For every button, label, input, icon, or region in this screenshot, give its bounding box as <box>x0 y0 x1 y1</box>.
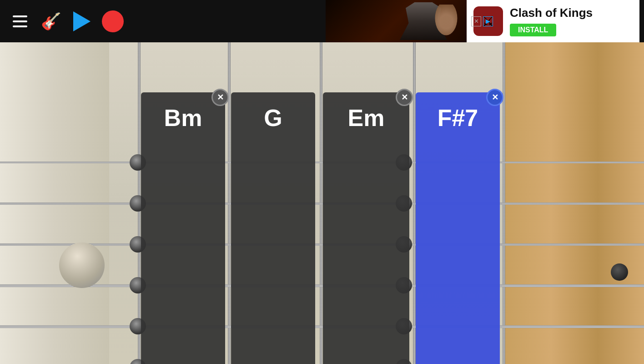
ad-close-area: ✕ ▶ <box>471 16 493 26</box>
guitar-main: ✕ Bm G ✕ Em ✕ F#7 <box>0 42 644 364</box>
string-2 <box>0 202 644 205</box>
play-icon <box>73 11 91 31</box>
chord-bm-close[interactable]: ✕ <box>211 89 229 106</box>
chord-g[interactable]: G <box>231 92 315 364</box>
play-button[interactable] <box>71 10 93 32</box>
chord-f7[interactable]: ✕ F#7 <box>416 92 500 364</box>
ad-image <box>326 0 467 42</box>
guitar-icon: 🎸 <box>41 12 61 31</box>
chord-f7-close[interactable]: ✕ <box>486 89 503 106</box>
ad-close-button[interactable]: ✕ <box>471 16 481 26</box>
chord-g-label: G <box>231 92 315 139</box>
string-1 <box>0 162 644 163</box>
string-4 <box>0 284 644 287</box>
nut-knob <box>59 243 105 288</box>
hamburger-icon <box>13 15 27 27</box>
record-icon <box>102 10 124 32</box>
chord-em-close[interactable]: ✕ <box>396 89 413 106</box>
menu-button[interactable] <box>9 10 31 32</box>
ad-text-col: Clash of Kings INSTALL <box>510 6 593 36</box>
ad-game-title: Clash of Kings <box>510 6 593 20</box>
string-5 <box>0 325 644 328</box>
ad-arrow-button[interactable]: ▶ <box>483 16 493 26</box>
string-3 <box>0 243 644 246</box>
guitar-button[interactable]: 🎸 <box>40 10 62 32</box>
ad-banner: ✕ ▶ ⚔ Clash of Kings INSTALL <box>326 0 644 42</box>
topbar: 🎸 ✕ ▶ ⚔ Clash of Kings INSTALL <box>0 0 644 42</box>
chord-bm[interactable]: ✕ Bm <box>141 92 225 364</box>
neck-dot <box>611 263 628 281</box>
ad-install-button[interactable]: INSTALL <box>510 24 556 36</box>
chord-em[interactable]: ✕ Em <box>323 92 409 364</box>
record-button[interactable] <box>102 10 124 32</box>
topbar-left: 🎸 <box>0 10 124 32</box>
